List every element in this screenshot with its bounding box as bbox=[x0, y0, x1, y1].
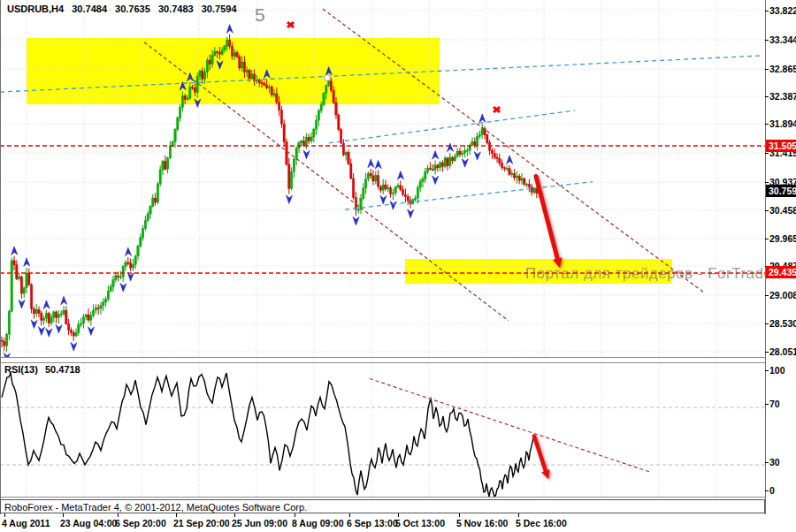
time-label: 8 Aug 09:00 bbox=[292, 518, 344, 528]
rsi-tick-label: 100 bbox=[769, 365, 785, 376]
rsi-indicator-chart[interactable] bbox=[0, 363, 766, 498]
time-tick-mark bbox=[176, 513, 177, 517]
time-tick-mark bbox=[234, 513, 235, 517]
panel-separator-top[interactable] bbox=[0, 357, 766, 358]
axis-tick-mark bbox=[765, 352, 769, 353]
time-tick-mark bbox=[118, 513, 119, 517]
time-label: 6 Sep 13:00 bbox=[347, 518, 398, 528]
axis-tick-mark bbox=[765, 96, 769, 97]
price-tick-label: 30.4585 bbox=[769, 205, 796, 216]
quote-open: 30.7484 bbox=[72, 4, 107, 14]
time-tick-mark bbox=[349, 513, 350, 517]
rsi-indicator-label: RSI(13) bbox=[4, 364, 38, 375]
axis-tick-mark bbox=[765, 490, 769, 491]
axis-tick-mark bbox=[765, 69, 769, 70]
cross-mark-2: ✖ bbox=[492, 104, 501, 116]
quote-close: 30.7594 bbox=[202, 4, 237, 14]
price-tick-label: 31.8940 bbox=[769, 118, 796, 129]
axis-tick-mark bbox=[765, 462, 769, 463]
quote-high: 30.7635 bbox=[115, 4, 150, 14]
axis-tick-mark bbox=[765, 210, 769, 211]
time-label: 4 Aug 2011 bbox=[2, 518, 50, 528]
time-tick-mark bbox=[63, 513, 64, 517]
rsi-tick-label: 0 bbox=[769, 485, 775, 496]
axis-tick-mark bbox=[765, 11, 769, 11]
elliott-wave-5-label: 5 bbox=[255, 4, 265, 26]
axis-tick-mark bbox=[765, 124, 769, 125]
level-price-badge: 31.5050 bbox=[766, 140, 796, 152]
axis-tick-mark bbox=[765, 153, 769, 154]
price-tick-label: 28.0515 bbox=[769, 346, 796, 357]
price-tick-label: 32.8655 bbox=[769, 64, 796, 74]
rsi-header: RSI(13) 50.4718 bbox=[4, 364, 85, 375]
rsi-indicator-value: 50.4718 bbox=[45, 364, 80, 375]
copyright-bar: RoboForex - MetaTrader 4, © 2001-2012, M… bbox=[0, 499, 765, 513]
current-price-badge: 30.7594 bbox=[766, 185, 796, 197]
quote-low: 30.7483 bbox=[158, 4, 194, 14]
time-tick-mark bbox=[4, 513, 5, 517]
axis-tick-mark bbox=[765, 370, 769, 371]
time-label: 5 Dec 16:00 bbox=[516, 518, 567, 528]
time-label: 5 Nov 16:00 bbox=[456, 518, 508, 528]
time-tick-mark bbox=[398, 513, 399, 517]
price-tick-label: 28.5300 bbox=[769, 318, 796, 329]
price-tick-label: 29.0085 bbox=[769, 290, 796, 300]
cross-mark-1: ✖ bbox=[286, 19, 295, 31]
price-tick-label: 33.3440 bbox=[769, 34, 796, 45]
level-price-badge: 29.4359 bbox=[766, 266, 796, 278]
time-axis[interactable]: 4 Aug 201123 Aug 04:006 Sep 20:0021 Sep … bbox=[0, 515, 796, 532]
axis-tick-mark bbox=[765, 182, 769, 183]
price-tick-label: 29.9655 bbox=[769, 233, 796, 244]
symbol-timeframe-label: USDRUB,H4 bbox=[7, 4, 64, 14]
time-label: 6 Sep 20:00 bbox=[115, 518, 166, 528]
time-label: 21 Sep 20:00 bbox=[173, 518, 230, 528]
time-label: 5 Oct 13:00 bbox=[395, 518, 445, 528]
rsi-tick-label: 70 bbox=[769, 399, 780, 409]
chart-left-border bbox=[0, 0, 1, 514]
time-label: 23 Aug 04:00 bbox=[60, 518, 117, 528]
axis-tick-mark bbox=[765, 323, 769, 324]
time-tick-mark bbox=[459, 513, 460, 517]
price-tick-label: 32.3870 bbox=[769, 91, 796, 102]
rsi-bottom-border bbox=[0, 497, 766, 498]
axis-tick-mark bbox=[765, 295, 769, 296]
price-tick-label: 33.8225 bbox=[769, 5, 796, 16]
main-price-chart[interactable] bbox=[0, 0, 766, 358]
axis-tick-mark bbox=[765, 404, 769, 405]
rsi-tick-label: 30 bbox=[769, 457, 780, 467]
axis-tick-mark bbox=[765, 40, 769, 41]
time-tick-mark bbox=[518, 513, 519, 517]
time-label: 25 Jun 09:00 bbox=[232, 518, 287, 528]
panel-separator-bottom[interactable] bbox=[0, 362, 766, 363]
circle-marker bbox=[324, 74, 331, 81]
axis-tick-mark bbox=[765, 239, 769, 239]
metatrader-chart-window: Портал для трейдеров - ForTrader.ru USDR… bbox=[0, 0, 796, 532]
time-tick-mark bbox=[295, 513, 295, 517]
quote-header: USDRUB,H4 30.7484 30.7635 30.7483 30.759… bbox=[7, 4, 242, 14]
price-axis[interactable]: 33.822533.344032.865532.387031.894031.41… bbox=[766, 0, 796, 514]
